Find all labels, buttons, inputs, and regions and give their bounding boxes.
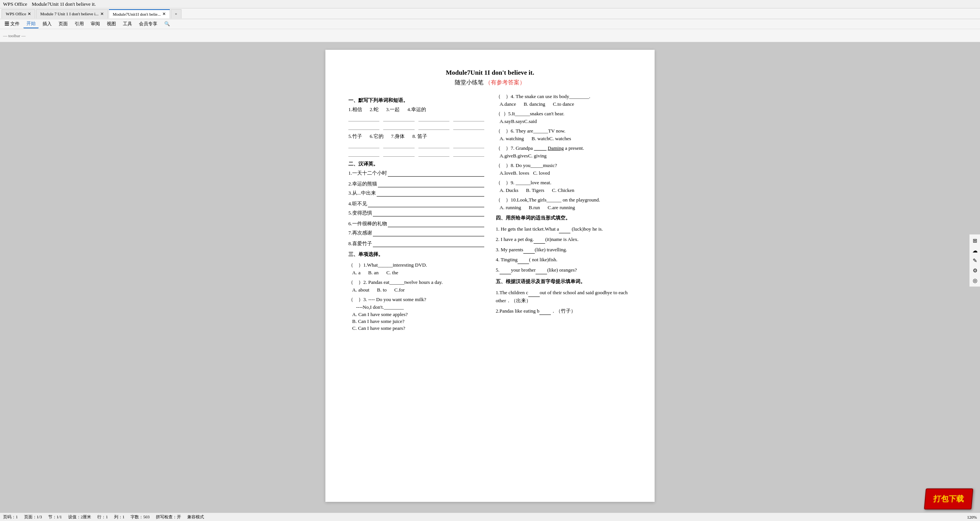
mc-q9-stem: （ ）9. ______love meat. xyxy=(496,179,632,186)
tab-wps[interactable]: WPS Office ✕ xyxy=(2,9,35,18)
blank-8[interactable] xyxy=(453,141,484,148)
mc-q1-c: C. the xyxy=(386,270,398,276)
blank-7[interactable] xyxy=(418,141,449,148)
blank-5[interactable] xyxy=(348,141,379,148)
underline-set1 xyxy=(348,115,484,121)
vocab-3: 3.一起 xyxy=(386,106,400,113)
tab-1-label: Module 7 Unit 1 I don't believe i... xyxy=(40,11,98,16)
mc-q10-stem: （ ）10.Look,The girls______ on the playgr… xyxy=(496,197,632,203)
mc-q8-stem: （ ）8. Do you_____music? xyxy=(496,162,632,169)
trans-5-line[interactable] xyxy=(373,210,484,216)
mc-q3-c: C. Can I have some pears? xyxy=(352,325,484,331)
mc-q6-a: A. watching xyxy=(500,136,524,142)
wf-5-blank2[interactable] xyxy=(536,269,547,274)
sidebar-icon-3[interactable]: ✎ xyxy=(970,256,980,265)
wf-2: 2. I have a pet dog.(it)name is Alex. xyxy=(496,236,632,244)
blank-4b[interactable] xyxy=(453,123,484,130)
trans-4-line[interactable] xyxy=(368,201,484,207)
blank-1[interactable] xyxy=(348,115,379,121)
trans-3-line[interactable] xyxy=(377,190,485,197)
mc-q6: （ ）6. They are______TV now. A. watching … xyxy=(496,128,632,142)
trans-5: 5.变得恐惧 xyxy=(348,210,484,216)
left-column: 一、默写下列单词和短语。 1.相信 2.蛇 3.一起 4.幸运的 xyxy=(348,93,484,334)
status-page-count: 页面：1/3 xyxy=(24,514,42,520)
mc-q2-c: C.for xyxy=(394,287,405,293)
vocab-7: 7.身体 xyxy=(391,133,405,140)
trans-3-label: 3.从...中出来 xyxy=(348,190,376,197)
underline-set1b xyxy=(348,123,484,130)
wf-1-blank[interactable] xyxy=(559,228,570,233)
tab-wps-icon: ✕ xyxy=(28,11,31,16)
fl-2-blank[interactable] xyxy=(539,310,551,315)
sidebar-icon-2[interactable]: ☁ xyxy=(970,246,980,255)
mc-q3-a: A. Can I have some apples? xyxy=(352,311,484,318)
right-sidebar: ⊞ ☁ ✎ ⚙ ◎ xyxy=(969,234,980,287)
blank-3[interactable] xyxy=(418,115,449,121)
page: Module7Unit 1I don't believe it. 随堂小练笔 （… xyxy=(325,50,655,502)
mc-q1: （ ）1.What______interesting DVD. A. a B. … xyxy=(348,262,484,276)
download-badge[interactable]: 打包下载 xyxy=(924,488,973,510)
wf-4-blank[interactable] xyxy=(518,259,529,264)
trans-6: 6.一件很棒的礼物 xyxy=(348,220,484,227)
sidebar-icon-4[interactable]: ⚙ xyxy=(970,266,980,275)
trans-3: 3.从...中出来 xyxy=(348,190,484,197)
mc-q4-options: A.dance B. dancing C.to dance xyxy=(496,101,632,107)
section4-title: 四、用所给单词的适当形式填空。 xyxy=(496,215,632,221)
mc-q10: （ ）10.Look,The girls______ on the playgr… xyxy=(496,197,632,211)
trans-5-label: 5.变得恐惧 xyxy=(348,210,372,216)
tab-1-close[interactable]: ✕ xyxy=(100,11,104,16)
tab-wps-label: WPS Office xyxy=(6,11,26,16)
menu-vip[interactable]: 会员专享 xyxy=(136,20,160,28)
status-proofreading: 拼写检查：开 xyxy=(156,514,181,520)
mc-q5: （ ）5.It______snakes can't hear. A.sayB.s… xyxy=(496,110,632,125)
blank-2b[interactable] xyxy=(383,123,414,130)
menu-insert[interactable]: 插入 xyxy=(39,20,55,28)
wf-2-blank[interactable] xyxy=(534,238,545,244)
wf-3-blank[interactable] xyxy=(523,248,535,254)
trans-6-line[interactable] xyxy=(388,221,484,227)
tab-2[interactable]: Module7Unit1I don't belie... ✕ xyxy=(109,9,170,18)
fl-1-blank[interactable] xyxy=(528,292,540,297)
mc-q8-options: A.loveB. loves C. loved xyxy=(496,170,632,176)
tab-bar: WPS Office ✕ Module 7 Unit 1 I don't bel… xyxy=(0,8,980,19)
trans-row2: 3.从...中出来 4.听不见 xyxy=(348,190,484,207)
doc-area: Module7Unit 1I don't believe it. 随堂小练笔 （… xyxy=(0,42,980,510)
tab-add[interactable]: + xyxy=(171,9,181,18)
menu-search[interactable]: 🔍 xyxy=(161,20,173,28)
wf-5-blank1[interactable] xyxy=(500,269,511,274)
menu-ref[interactable]: 引用 xyxy=(72,20,87,28)
sidebar-icon-1[interactable]: ⊞ xyxy=(970,236,980,245)
blank-6[interactable] xyxy=(383,141,414,148)
menu-page[interactable]: 页面 xyxy=(56,20,71,28)
vocab-8: 8. 笛子 xyxy=(412,133,427,140)
wf-3: 3. My parents(like) travelling. xyxy=(496,246,632,254)
trans-8-line[interactable] xyxy=(373,241,484,247)
tab-2-close[interactable]: ✕ xyxy=(162,11,166,16)
sidebar-icon-5[interactable]: ◎ xyxy=(970,276,980,285)
blank-8b[interactable] xyxy=(453,150,484,157)
trans-6-label: 6.一件很棒的礼物 xyxy=(348,220,387,227)
blank-7b[interactable] xyxy=(418,150,449,157)
menu-home[interactable]: 开始 xyxy=(23,20,39,28)
trans-7-label: 7.再次感谢 xyxy=(348,229,372,236)
blank-1b[interactable] xyxy=(348,123,379,130)
trans-1-line[interactable] xyxy=(388,170,484,177)
menu-tools[interactable]: 工具 xyxy=(120,20,135,28)
blank-6b[interactable] xyxy=(383,150,414,157)
menu-file[interactable]: ☰ 文件 xyxy=(2,20,23,28)
blank-2[interactable] xyxy=(383,115,414,121)
menu-review[interactable]: 审阅 xyxy=(88,20,103,28)
vocab-row2: 5.竹子 6.它的 7.身体 8. 笛子 xyxy=(348,133,484,140)
mc-q9-b: B. Tigers xyxy=(526,187,544,193)
menu-view[interactable]: 视图 xyxy=(104,20,119,28)
blank-5b[interactable] xyxy=(348,150,379,157)
mc-q4-stem: （ ）4. The snake can use its body________… xyxy=(496,93,632,100)
trans-2-line[interactable] xyxy=(378,181,484,187)
tab-1[interactable]: Module 7 Unit 1 I don't believe i... ✕ xyxy=(36,9,108,18)
trans-7-line[interactable] xyxy=(373,230,484,236)
trans-1-label: 1.一天十二个小时 xyxy=(348,170,387,177)
right-column: （ ）4. The snake can use its body________… xyxy=(496,93,632,334)
blank-3b[interactable] xyxy=(418,123,449,130)
fl-2: 2.Pandas like eating b．（竹子） xyxy=(496,307,632,315)
blank-4[interactable] xyxy=(453,115,484,121)
